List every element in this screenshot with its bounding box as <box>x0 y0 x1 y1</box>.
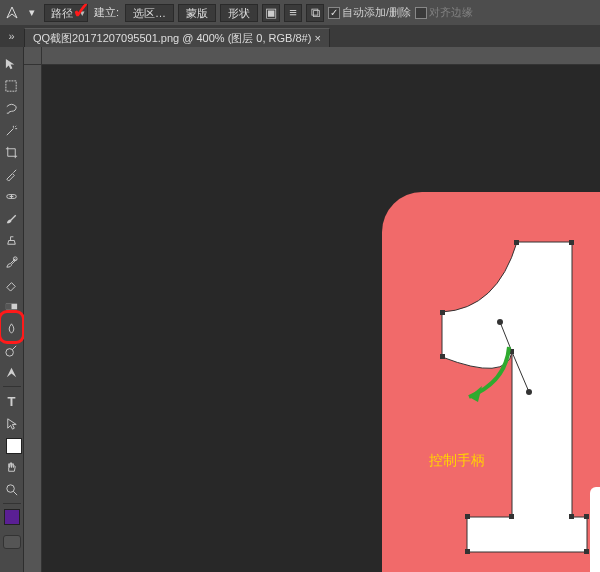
foreground-color-swatch[interactable] <box>4 509 20 525</box>
path-op-combine-icon[interactable]: ▣ <box>262 4 280 22</box>
make-selection-button[interactable]: 选区… <box>125 4 174 22</box>
svg-rect-8 <box>440 310 445 315</box>
path-arrange-icon[interactable]: ⧉ <box>306 4 324 22</box>
annotation-text: 控制手柄 <box>429 452 485 470</box>
dropdown-arrow-icon[interactable]: ▾ <box>24 5 40 21</box>
zoom-tool[interactable] <box>2 479 22 499</box>
svg-rect-4 <box>6 303 12 309</box>
tool-mode-select[interactable]: 路径 <box>44 4 88 22</box>
hand-tool[interactable] <box>2 457 22 477</box>
eyedropper-tool[interactable] <box>2 164 22 184</box>
document-canvas[interactable] <box>382 192 600 572</box>
background-color-swatch[interactable] <box>6 438 22 454</box>
align-edges-label: 对齐边缘 <box>429 5 473 20</box>
svg-rect-0 <box>6 80 16 90</box>
tool-separator <box>3 503 21 504</box>
checkbox-icon <box>415 7 427 19</box>
options-bar: ▾ 路径 ✓ 建立: 选区… 蒙版 形状 ▣ ≡ ⧉ ✓ 自动添加/删除 对齐边… <box>0 0 600 25</box>
document-tab-bar: » QQ截图20171207095501.png @ 400% (图层 0, R… <box>0 25 600 47</box>
clone-stamp-tool[interactable] <box>2 230 22 250</box>
move-tool[interactable] <box>2 54 22 74</box>
make-shape-button[interactable]: 形状 <box>220 4 258 22</box>
crop-tool[interactable] <box>2 142 22 162</box>
svg-rect-9 <box>514 240 519 245</box>
auto-add-delete-label: 自动添加/删除 <box>342 5 411 20</box>
brush-tool[interactable] <box>2 208 22 228</box>
path-align-icon[interactable]: ≡ <box>284 4 302 22</box>
magic-wand-tool[interactable] <box>2 120 22 140</box>
pen-tool-icon <box>4 5 20 21</box>
make-mask-button[interactable]: 蒙版 <box>178 4 216 22</box>
canvas-workspace[interactable]: 控制手柄 <box>24 47 600 572</box>
ruler-vertical <box>24 65 42 572</box>
checkbox-icon: ✓ <box>328 7 340 19</box>
align-edges-checkbox: 对齐边缘 <box>415 5 473 20</box>
make-label: 建立: <box>92 5 121 20</box>
ruler-origin <box>24 47 42 65</box>
gradient-tool[interactable] <box>2 296 22 316</box>
number-one-path[interactable] <box>437 237 592 557</box>
spot-heal-tool[interactable] <box>2 186 22 206</box>
quick-mask-toggle[interactable] <box>3 535 21 549</box>
svg-rect-18 <box>440 354 445 359</box>
svg-rect-11 <box>569 514 574 519</box>
type-tool[interactable]: T <box>2 391 22 411</box>
auto-add-delete-checkbox[interactable]: ✓ 自动添加/删除 <box>328 5 411 20</box>
svg-rect-17 <box>509 349 514 354</box>
svg-rect-10 <box>569 240 574 245</box>
blur-tool[interactable] <box>2 318 22 338</box>
svg-point-5 <box>6 348 14 356</box>
svg-rect-16 <box>509 514 514 519</box>
document-tab-title: QQ截图20171207095501.png @ 400% (图层 0, RGB… <box>33 31 321 46</box>
tool-separator <box>3 386 21 387</box>
history-brush-tool[interactable] <box>2 252 22 272</box>
svg-rect-13 <box>584 549 589 554</box>
document-tab[interactable]: QQ截图20171207095501.png @ 400% (图层 0, RGB… <box>24 28 330 47</box>
svg-rect-15 <box>465 514 470 519</box>
lasso-tool[interactable] <box>2 98 22 118</box>
svg-rect-12 <box>584 514 589 519</box>
svg-rect-14 <box>465 549 470 554</box>
path-selection-tool[interactable] <box>2 413 22 433</box>
dodge-tool[interactable] <box>2 340 22 360</box>
svg-point-7 <box>7 484 15 492</box>
tools-panel: T <box>0 47 24 572</box>
marquee-tool[interactable] <box>2 76 22 96</box>
svg-point-20 <box>497 319 503 325</box>
eraser-tool[interactable] <box>2 274 22 294</box>
svg-point-19 <box>526 389 532 395</box>
expand-docs-icon[interactable]: » <box>4 28 19 43</box>
pen-tool[interactable] <box>2 362 22 382</box>
ruler-horizontal <box>42 47 600 65</box>
